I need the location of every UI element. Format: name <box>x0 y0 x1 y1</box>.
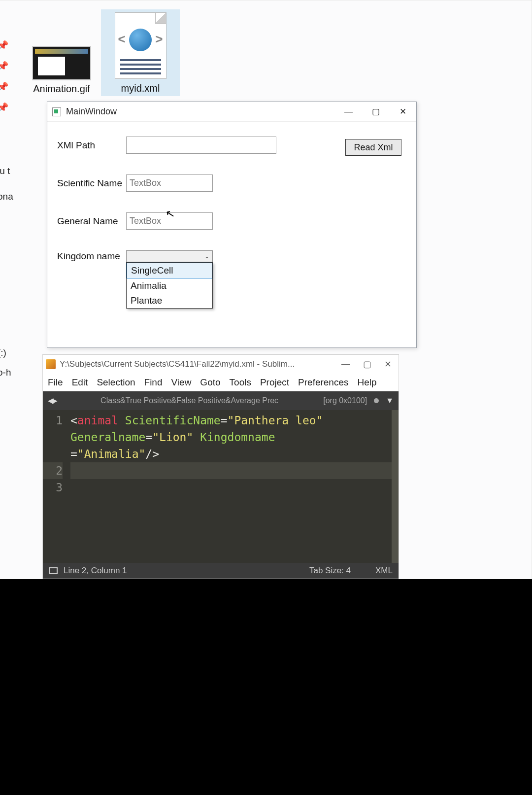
side-fragment: (:) o-h <box>0 343 11 382</box>
scientific-name-input[interactable] <box>126 174 213 192</box>
tab-name[interactable]: Class&True Positive&False Positive&Avera… <box>63 396 316 405</box>
code-text[interactable]: <animal ScientificName="Panthera leo" Ge… <box>67 410 399 563</box>
app-icon <box>52 107 61 116</box>
titlebar[interactable]: MainWindow — ▢ ✕ <box>47 102 416 122</box>
menu-view[interactable]: View <box>171 377 192 388</box>
menu-tools[interactable]: Tools <box>230 377 251 388</box>
xml-path-label: XMl Path <box>57 140 126 151</box>
nav-arrows-icon[interactable]: ◀▶ <box>48 396 56 405</box>
menu-edit[interactable]: Edit <box>72 377 88 388</box>
pin-icon: 📌 <box>0 40 12 51</box>
close-button[interactable]: ✕ <box>389 102 416 122</box>
minimize-button[interactable]: — <box>341 359 350 370</box>
close-button[interactable]: ✕ <box>384 359 392 370</box>
black-bar <box>0 579 532 795</box>
file-label: Animation.gif <box>27 83 96 95</box>
file-label: myid.xml <box>101 83 180 94</box>
minimize-button[interactable]: — <box>335 102 362 122</box>
pin-icon: 📌 <box>0 81 12 92</box>
modified-dot-icon <box>374 398 379 403</box>
side-fragment: lu t ona <box>0 158 13 209</box>
sublime-title-text: Y:\Subjects\Current Subjects\CS411\Fall2… <box>60 359 341 369</box>
status-language[interactable]: XML <box>375 566 393 576</box>
sublime-icon <box>46 359 56 369</box>
form-body: XMl Path Read Xml Scientific Name Genera… <box>47 122 416 277</box>
scientific-name-label: Scientific Name <box>57 178 126 189</box>
tab-tag: [org 0x0100] <box>323 396 367 405</box>
pinned-column: 📌 📌 📌 📌 <box>0 40 12 113</box>
sublime-window: Y:\Subjects\Current Subjects\CS411\Fall2… <box>43 354 399 579</box>
file-animation-gif[interactable]: Animation.gif <box>27 46 96 95</box>
window-title: MainWindow <box>66 106 117 117</box>
file-thumbnail <box>32 46 91 80</box>
kingdom-combobox[interactable]: ⌄ <box>126 250 213 262</box>
menu-project[interactable]: Project <box>260 377 289 388</box>
kingdom-option[interactable]: Plantae <box>127 293 212 308</box>
menu-goto[interactable]: Goto <box>200 377 220 388</box>
line-gutter: 1 2 3 <box>43 410 67 563</box>
sublime-code-area[interactable]: 1 2 3 <animal ScientificName="Panthera l… <box>43 410 399 563</box>
pin-icon: 📌 <box>0 61 12 71</box>
scrollbar[interactable] <box>392 410 399 563</box>
dropdown-triangle-icon[interactable]: ▼ <box>386 396 394 405</box>
general-name-label: General Name <box>57 216 126 227</box>
sublime-menubar: File Edit Selection Find View Goto Tools… <box>43 374 399 391</box>
maximize-button[interactable]: ▢ <box>362 102 389 122</box>
kingdom-dropdown: SingleCell Animalia Plantae <box>126 262 213 309</box>
chevron-down-icon: ⌄ <box>204 253 209 260</box>
file-myid-xml[interactable]: < > myid.xml <box>101 9 180 96</box>
maximize-button[interactable]: ▢ <box>363 359 371 370</box>
status-position: Line 2, Column 1 <box>64 566 127 576</box>
sublime-tabbar: ◀▶ Class&True Positive&False Positive&Av… <box>43 391 399 410</box>
desktop-background: 📌 📌 📌 📌 lu t ona (:) o-h Animation.gif <… <box>0 0 532 579</box>
menu-preferences[interactable]: Preferences <box>298 377 348 388</box>
sublime-titlebar[interactable]: Y:\Subjects\Current Subjects\CS411\Fall2… <box>43 355 399 374</box>
menu-help[interactable]: Help <box>358 377 377 388</box>
kingdom-option[interactable]: Animalia <box>127 278 212 293</box>
menu-find[interactable]: Find <box>144 377 163 388</box>
pin-icon: 📌 <box>0 102 12 113</box>
file-thumbnail: < > <box>115 12 166 79</box>
sublime-statusbar: Line 2, Column 1 Tab Size: 4 XML <box>43 563 399 579</box>
mainwindow-app: MainWindow — ▢ ✕ XMl Path Read Xml Scien… <box>47 102 417 348</box>
menu-file[interactable]: File <box>48 377 63 388</box>
kingdom-option[interactable]: SingleCell <box>127 263 212 278</box>
xml-path-input[interactable] <box>126 137 276 154</box>
menu-selection[interactable]: Selection <box>97 377 135 388</box>
panel-icon[interactable] <box>49 567 58 574</box>
kingdom-name-label: Kingdom name <box>57 251 126 262</box>
read-xml-button[interactable]: Read Xml <box>345 139 401 156</box>
status-tabsize[interactable]: Tab Size: 4 <box>309 566 351 576</box>
